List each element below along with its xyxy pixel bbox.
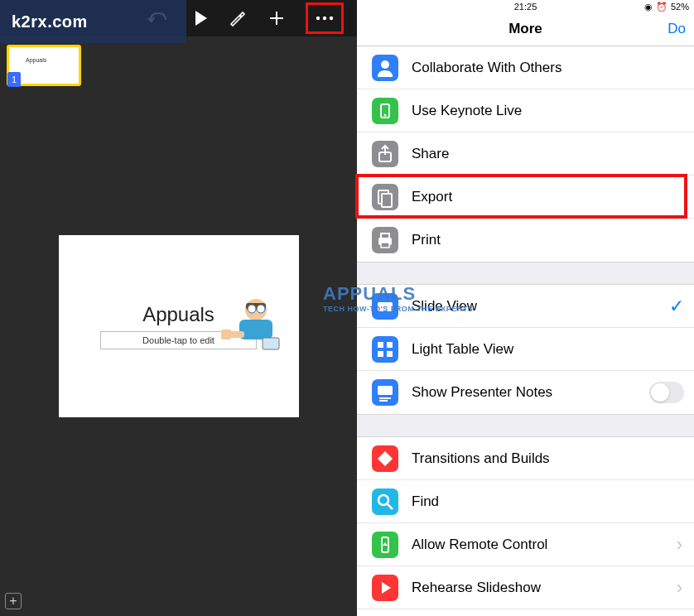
svg-rect-20 <box>382 194 392 207</box>
panel-title: More <box>508 21 542 37</box>
site-watermark: k2rx.com <box>0 0 186 43</box>
slide-thumbnail[interactable]: 1 Appuals <box>7 45 81 86</box>
play-icon[interactable] <box>186 7 208 29</box>
search-icon <box>372 488 398 515</box>
remote-icon <box>372 532 398 558</box>
done-button[interactable]: Do <box>667 21 686 37</box>
svg-point-2 <box>330 17 333 20</box>
menu-label: Use Keynote Live <box>412 103 522 119</box>
svg-rect-28 <box>378 342 383 348</box>
menu-label: Transitions and Builds <box>412 450 550 467</box>
menu-pres_type[interactable]: Presentation Type› <box>357 609 694 616</box>
notes-icon <box>372 379 398 406</box>
svg-point-1 <box>323 17 326 20</box>
menu-find[interactable]: Find <box>357 480 694 523</box>
svg-point-5 <box>248 305 256 313</box>
svg-point-6 <box>257 305 265 313</box>
svg-rect-30 <box>378 351 383 357</box>
menu-light_table[interactable]: Light Table View <box>357 328 694 371</box>
menu-label: Show Presenter Notes <box>412 384 552 401</box>
menu-label: Export <box>412 189 452 205</box>
svg-rect-7 <box>239 320 272 339</box>
svg-rect-13 <box>372 98 398 124</box>
slide[interactable]: Appuals Double-tap to edit <box>59 235 299 417</box>
battery-percent: 52% <box>671 2 689 12</box>
keynote-editor: 1 Appuals Appuals Double-tap to edit + <box>0 0 357 616</box>
check-icon: ✓ <box>669 296 684 317</box>
menu-label: Collaborate With Others <box>412 60 561 76</box>
chevron-right-icon: › <box>677 577 682 599</box>
menu-rehearse[interactable]: Rehearse Slideshow› <box>357 566 694 609</box>
add-slide-button[interactable]: + <box>5 593 22 609</box>
svg-rect-33 <box>378 386 393 395</box>
svg-rect-31 <box>387 351 393 357</box>
more-icon[interactable] <box>315 7 335 29</box>
menu-label: Find <box>412 493 439 510</box>
brush-icon[interactable] <box>226 7 248 29</box>
menu-label: Print <box>412 232 441 248</box>
menu-collaborate[interactable]: Collaborate With Others <box>357 46 694 89</box>
menu-print[interactable]: Print <box>357 219 694 262</box>
slide-title[interactable]: Appuals <box>142 303 214 326</box>
chevron-right-icon: › <box>677 534 682 556</box>
menu-label: Rehearse Slideshow <box>412 580 541 596</box>
svg-point-12 <box>381 60 389 69</box>
alarm-icon: ⏰ <box>656 2 667 12</box>
location-icon: ◉ <box>644 2 653 12</box>
slide-thumbnails: 1 Appuals <box>0 38 83 93</box>
svg-rect-29 <box>387 342 393 348</box>
toggle[interactable] <box>649 382 684 403</box>
print-icon <box>372 227 398 253</box>
play-icon <box>372 575 398 601</box>
menu-label: Light Table View <box>412 341 513 358</box>
more-button-highlight <box>306 2 344 34</box>
svg-rect-9 <box>221 330 231 339</box>
svg-rect-10 <box>263 338 279 349</box>
clipart-image <box>221 295 287 353</box>
slide-canvas[interactable]: Appuals Double-tap to edit <box>0 36 357 616</box>
svg-point-15 <box>384 113 387 116</box>
export-icon <box>372 184 398 210</box>
svg-rect-27 <box>372 336 398 363</box>
menu-remote[interactable]: Allow Remote Control› <box>357 523 694 566</box>
plus-icon[interactable] <box>266 7 287 29</box>
svg-point-0 <box>316 17 320 20</box>
menu-share[interactable]: Share <box>357 132 694 176</box>
share-icon <box>372 141 398 167</box>
svg-rect-24 <box>381 243 389 248</box>
menu-transitions[interactable]: Transitions and Builds <box>357 437 694 480</box>
svg-rect-37 <box>372 488 398 515</box>
menu-keynote_live[interactable]: Use Keynote Live <box>357 89 694 132</box>
person-icon <box>372 55 398 81</box>
appuals-watermark: APPUALS TECH HOW-TO'S FROM THE EXPERTS <box>323 283 473 313</box>
broadcast-icon <box>372 98 398 124</box>
slide-number: 1 <box>7 72 21 87</box>
menu-label: Allow Remote Control <box>412 537 547 553</box>
clock: 21:25 <box>514 2 537 12</box>
diamond-icon <box>372 445 398 472</box>
grid-icon <box>372 336 398 363</box>
menu-export[interactable]: Export <box>357 176 694 219</box>
menu-presenter_notes[interactable]: Show Presenter Notes <box>357 371 694 414</box>
menu-label: Share <box>412 146 449 162</box>
panel-header: More Do <box>357 12 694 46</box>
